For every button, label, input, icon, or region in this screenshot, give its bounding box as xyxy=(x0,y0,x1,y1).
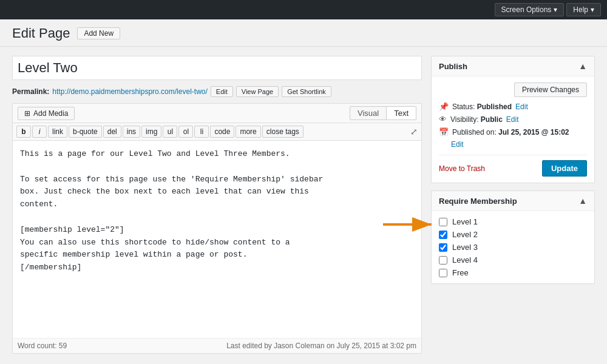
page-header: Edit Page Add New xyxy=(0,19,607,47)
update-button[interactable]: Update xyxy=(542,160,587,177)
left-column: Permalink: http://demo.paidmembershipspr… xyxy=(12,56,422,354)
publish-actions: Preview Changes xyxy=(439,83,587,97)
membership-list: Level 1 Level 2 Level 3 Level 4 xyxy=(439,217,587,277)
status-icon: 📌 xyxy=(439,102,449,111)
screen-options-chevron-icon: ▾ xyxy=(554,5,557,14)
level3-label[interactable]: Level 3 xyxy=(452,243,478,252)
visibility-icon: 👁 xyxy=(439,115,447,124)
require-membership-metabox: Require Membership ▲ Level 1 Level 2 Le xyxy=(431,190,595,284)
publish-metabox: Publish ▲ Preview Changes 📌 Status: Publ… xyxy=(431,56,595,183)
editor-content[interactable]: This is a page for our Level Two and Lev… xyxy=(13,141,421,338)
published-date-value: Jul 25, 2015 @ 15:02 xyxy=(498,128,569,136)
preview-changes-button[interactable]: Preview Changes xyxy=(514,83,587,97)
status-edit-link[interactable]: Edit xyxy=(515,103,528,111)
free-label[interactable]: Free xyxy=(452,268,469,277)
add-media-icon: ⊞ xyxy=(24,109,30,118)
level2-checkbox[interactable] xyxy=(439,231,447,239)
publish-metabox-body: Preview Changes 📌 Status: Published Edit… xyxy=(432,76,594,183)
publish-collapse-icon: ▲ xyxy=(578,61,587,71)
format-ol-button[interactable]: ol xyxy=(178,126,193,138)
add-media-button[interactable]: ⊞ Add Media xyxy=(18,107,75,120)
level1-label[interactable]: Level 1 xyxy=(452,217,478,226)
level2-label[interactable]: Level 2 xyxy=(452,230,478,239)
calendar-icon: 📅 xyxy=(439,127,449,136)
published-date-label: Published on: Jul 25, 2015 @ 15:02 xyxy=(452,128,569,136)
help-chevron-icon: ▾ xyxy=(591,5,594,14)
visibility-row: 👁 Visibility: Public Edit xyxy=(439,115,587,124)
status-label: Status: Published xyxy=(452,103,512,111)
publish-metabox-header[interactable]: Publish ▲ xyxy=(432,56,594,76)
editor-box: ⊞ Add Media Visual Text b i link b-quote xyxy=(12,103,422,354)
format-italic-button[interactable]: i xyxy=(32,126,47,138)
word-count: Word count: 59 xyxy=(18,342,67,350)
main-layout: Permalink: http://demo.paidmembershipspr… xyxy=(0,47,607,363)
visibility-label: Visibility: Public xyxy=(450,115,503,124)
format-ins-button[interactable]: ins xyxy=(123,126,140,138)
format-code-button[interactable]: code xyxy=(210,126,234,138)
page-title-input[interactable] xyxy=(12,56,422,80)
page-title: Edit Page xyxy=(12,25,70,41)
get-shortlink-button[interactable]: Get Shortlink xyxy=(282,86,331,97)
view-page-button[interactable]: View Page xyxy=(236,86,279,97)
format-close-tags-button[interactable]: close tags xyxy=(262,126,304,138)
status-row: 📌 Status: Published Edit xyxy=(439,102,587,111)
visibility-edit-link[interactable]: Edit xyxy=(506,115,519,124)
format-img-button[interactable]: img xyxy=(141,126,161,138)
permalink-edit-button[interactable]: Edit xyxy=(211,86,233,97)
right-column: Publish ▲ Preview Changes 📌 Status: Publ… xyxy=(431,56,595,354)
editor-toolbar-top: ⊞ Add Media Visual Text xyxy=(13,104,421,123)
require-membership-collapse-icon: ▲ xyxy=(578,196,587,206)
editor-tabs: Visual Text xyxy=(350,106,416,120)
help-button[interactable]: Help ▾ xyxy=(566,3,601,16)
add-new-button[interactable]: Add New xyxy=(77,27,120,39)
screen-options-label: Screen Options xyxy=(501,5,552,14)
permalink-label: Permalink: xyxy=(12,87,49,96)
publish-footer: Move to Trash Update xyxy=(439,155,587,177)
format-toolbar: b i link b-quote del ins img ul ol li co… xyxy=(13,123,421,141)
require-membership-title: Require Membership xyxy=(439,197,517,206)
orange-arrow-icon xyxy=(383,215,438,234)
screen-options-button[interactable]: Screen Options ▾ xyxy=(495,3,565,16)
publish-metabox-title: Publish xyxy=(439,62,467,71)
visibility-value: Public xyxy=(481,115,503,124)
arrow-container xyxy=(383,215,438,235)
help-label: Help xyxy=(573,5,588,14)
membership-item-level3: Level 3 xyxy=(439,243,587,252)
format-bold-button[interactable]: b xyxy=(16,126,31,138)
membership-item-free: Free xyxy=(439,268,587,277)
format-del-button[interactable]: del xyxy=(103,126,121,138)
format-more-button[interactable]: more xyxy=(236,126,260,138)
level1-checkbox[interactable] xyxy=(439,218,447,226)
move-to-trash-link[interactable]: Move to Trash xyxy=(439,164,485,173)
top-bar: Screen Options ▾ Help ▾ xyxy=(0,0,607,19)
permalink-bar: Permalink: http://demo.paidmembershipspr… xyxy=(12,86,422,97)
format-ul-button[interactable]: ul xyxy=(163,126,177,138)
editor-footer: Word count: 59 Last edited by Jason Cole… xyxy=(13,338,421,353)
publish-meta: 📌 Status: Published Edit 👁 Visibility: P… xyxy=(439,102,587,149)
tab-visual[interactable]: Visual xyxy=(350,106,387,120)
format-bquote-button[interactable]: b-quote xyxy=(69,126,102,138)
level4-label[interactable]: Level 4 xyxy=(452,255,478,265)
format-li-button[interactable]: li xyxy=(194,126,209,138)
published-date-edit-link[interactable]: Edit xyxy=(451,140,464,149)
free-checkbox[interactable] xyxy=(439,269,447,277)
membership-item-level1: Level 1 xyxy=(439,217,587,226)
tab-text[interactable]: Text xyxy=(387,106,416,120)
level4-checkbox[interactable] xyxy=(439,256,447,265)
expand-editor-button[interactable]: ⤢ xyxy=(410,127,418,136)
published-date-row: 📅 Published on: Jul 25, 2015 @ 15:02 xyxy=(439,127,587,136)
add-media-label: Add Media xyxy=(33,109,68,118)
last-edited: Last edited by Jason Coleman on July 25,… xyxy=(226,342,416,350)
level3-checkbox[interactable] xyxy=(439,243,447,252)
format-link-button[interactable]: link xyxy=(48,126,67,138)
membership-item-level4: Level 4 xyxy=(439,255,587,265)
require-membership-header[interactable]: Require Membership ▲ xyxy=(432,191,594,211)
permalink-url[interactable]: http://demo.paidmembershipspro.com/level… xyxy=(52,87,207,96)
membership-item-level2: Level 2 xyxy=(439,230,587,239)
status-value: Published xyxy=(477,103,512,111)
require-membership-body: Level 1 Level 2 Level 3 Level 4 xyxy=(432,211,594,283)
